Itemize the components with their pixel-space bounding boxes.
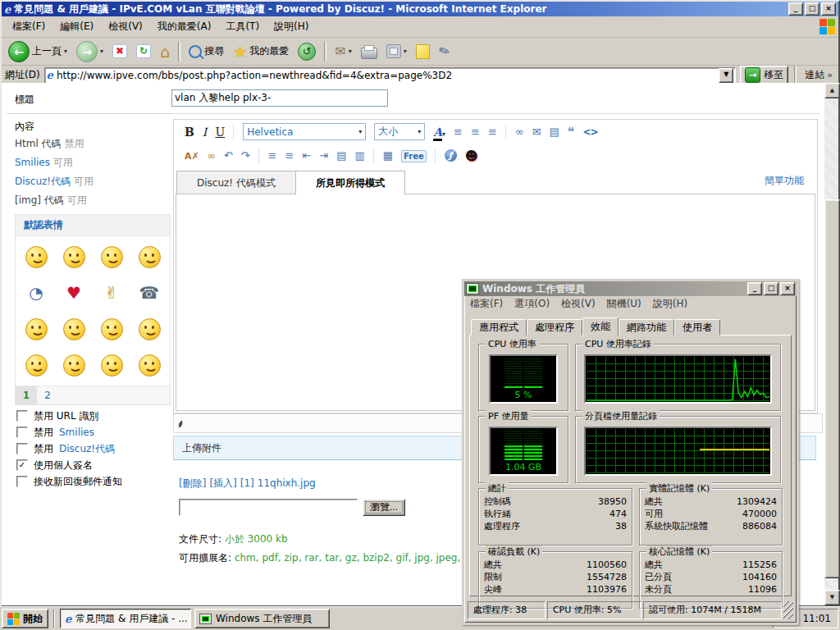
tm-menu-1[interactable]: 選項(O) xyxy=(509,295,555,313)
tm-tab-0[interactable]: 應用程式 xyxy=(471,319,527,336)
editor-ordered-list-button[interactable]: ≡ xyxy=(268,150,277,162)
editor-float-right-button[interactable]: ▥ xyxy=(354,150,364,162)
emoticon-shocked[interactable] xyxy=(130,351,168,379)
ie-menu-5[interactable]: 說明(H) xyxy=(267,18,316,35)
refresh-button[interactable]: ↻ xyxy=(134,43,153,60)
ie-menu-2[interactable]: 檢視(V) xyxy=(101,18,150,35)
attachment-action-link[interactable]: [插入] xyxy=(209,477,236,489)
emoticon-grin[interactable] xyxy=(55,243,93,271)
option-row-0[interactable]: 禁用 URL 識別 xyxy=(16,408,122,424)
editor-bold-button[interactable]: B xyxy=(185,126,194,139)
ie-menu-0[interactable]: 檔案(F) xyxy=(5,18,52,35)
option-row-4[interactable]: 接收新回復郵件通知 xyxy=(16,473,122,490)
editor-flash-button[interactable]: ƒ xyxy=(445,149,457,162)
scrollbar-thumb[interactable] xyxy=(824,199,840,578)
ie-menu-4[interactable]: 工具(T) xyxy=(218,18,267,35)
messenger-button[interactable]: ✎ xyxy=(436,42,452,61)
ie-titlebar[interactable]: e 常見問題 & 用戶建議 - IPvE.COM vLan 互聯對戰論壇 - P… xyxy=(2,2,838,16)
back-dropdown-icon[interactable]: ▾ xyxy=(64,48,67,55)
discuss-button[interactable] xyxy=(413,43,432,61)
attachment-action-link[interactable]: [刪除] xyxy=(179,477,206,489)
editor-unordered-list-button[interactable]: ≡ xyxy=(285,150,294,162)
editor-code-button[interactable]: <> xyxy=(582,126,597,138)
mail-button[interactable]: ✉ ▾ xyxy=(332,42,354,61)
favorites-button[interactable]: ★ 我的最愛 xyxy=(231,43,291,61)
scroll-down-icon[interactable]: ▼ xyxy=(824,590,840,605)
emoticon-devil[interactable] xyxy=(93,351,130,379)
tm-tab-1[interactable]: 處理程序 xyxy=(527,319,582,336)
ie-minimize-button[interactable]: _ xyxy=(788,2,803,16)
editor-underline-button[interactable]: U xyxy=(215,126,225,139)
editor-align-center-button[interactable]: ≡ xyxy=(471,126,480,138)
option-row-2[interactable]: 禁用 Discuz!代碼 xyxy=(16,441,122,457)
emoticon-smile[interactable] xyxy=(17,243,55,271)
editor-outdent-button[interactable]: ⇤ xyxy=(302,150,311,162)
checkbox[interactable] xyxy=(16,410,28,422)
editor-free-button[interactable]: Free xyxy=(401,150,427,162)
font-family-select[interactable]: Helvetica▾ xyxy=(243,123,366,140)
tm-menu-4[interactable]: 說明(H) xyxy=(647,295,693,313)
editor-undo-button[interactable]: ↶ xyxy=(224,150,233,162)
option-row-3[interactable]: ✓使用個人簽名 xyxy=(16,457,122,473)
print-button[interactable] xyxy=(358,43,380,61)
tm-resize-grip[interactable] xyxy=(783,601,793,619)
editor-indent-button[interactable]: ⇥ xyxy=(319,150,328,162)
editor-table-button[interactable]: ▦ xyxy=(383,150,393,162)
browse-button[interactable]: 瀏覽... xyxy=(363,499,405,516)
links-button[interactable]: 連結 » xyxy=(802,66,835,84)
editor-remove-format-button[interactable]: A✗ xyxy=(185,150,199,162)
tm-minimize-button[interactable]: _ xyxy=(747,282,762,295)
attachment-action-link[interactable]: [1] xyxy=(240,477,254,489)
forward-dropdown-icon[interactable]: ▾ xyxy=(100,48,103,55)
address-url[interactable]: http://www.ipve.com/bbs/post.php?action=… xyxy=(57,70,715,81)
editor-image-button[interactable]: ▤ xyxy=(550,126,559,138)
back-button[interactable]: ← 上一頁 ▾ xyxy=(6,39,70,64)
emoticon-kiss[interactable]: ♥ xyxy=(55,279,93,307)
search-button[interactable]: 搜尋 xyxy=(186,43,226,60)
emoticon-hug[interactable] xyxy=(93,243,130,271)
emoticon-sad[interactable] xyxy=(130,315,168,343)
tm-close-button[interactable]: × xyxy=(780,282,795,295)
editor-align-right-button[interactable]: ≡ xyxy=(488,126,497,138)
editor-unlink-button[interactable]: ∞ xyxy=(208,150,216,162)
scroll-up-icon[interactable]: ▲ xyxy=(824,83,840,98)
history-button[interactable]: ↺ xyxy=(295,41,318,62)
mail-dropdown-icon[interactable]: ▾ xyxy=(349,48,352,55)
address-field[interactable]: e http://www.ipve.com/bbs/post.php?actio… xyxy=(44,67,737,84)
smilies-page-1[interactable]: 1 xyxy=(16,386,37,404)
emoticon-tears[interactable] xyxy=(55,351,93,379)
emoticon-cry[interactable] xyxy=(55,315,93,343)
permission-name[interactable]: Smilies xyxy=(15,157,50,168)
editor-tab-1[interactable]: 所見即所得模式 xyxy=(295,171,405,195)
edit-dropdown-icon[interactable]: ▾ xyxy=(404,48,407,55)
tm-tab-4[interactable]: 使用者 xyxy=(674,319,720,336)
taskbar-task-0[interactable]: e常見問題 & 用戶建議 - ... xyxy=(60,609,191,628)
file-upload-input[interactable] xyxy=(179,499,358,516)
ie-menu-3[interactable]: 我的最愛(A) xyxy=(150,18,219,35)
emoticon-victory[interactable] xyxy=(130,243,168,271)
editor-italic-button[interactable]: I xyxy=(203,126,208,139)
editor-float-left-button[interactable]: ▤ xyxy=(336,150,346,162)
permission-name[interactable]: Discuz!代碼 xyxy=(15,176,71,187)
tm-titlebar[interactable]: Windows 工作管理員 _ □ × xyxy=(464,281,797,296)
option-link[interactable]: Discuz!代碼 xyxy=(59,442,115,456)
tm-menu-3[interactable]: 關機(U) xyxy=(601,295,647,313)
tm-maximize-button[interactable]: □ xyxy=(764,282,778,295)
emoticon-angry[interactable] xyxy=(93,315,130,343)
editor-quote-button[interactable]: ❝ xyxy=(568,124,575,139)
option-row-1[interactable]: 禁用 Smilies xyxy=(16,424,122,441)
checkbox[interactable] xyxy=(16,427,28,438)
editor-qq-button[interactable]: ☻ xyxy=(465,148,478,163)
smilies-page-2[interactable]: 2 xyxy=(37,386,58,404)
simple-mode-link[interactable]: 簡單功能 xyxy=(765,174,804,188)
ie-close-button[interactable]: × xyxy=(821,2,836,16)
editor-email-button[interactable]: ✉ xyxy=(532,126,541,138)
address-dropdown-icon[interactable]: ▼ xyxy=(719,68,733,83)
option-link[interactable]: Smilies xyxy=(59,427,94,438)
font-size-select[interactable]: 大小▾ xyxy=(374,123,425,140)
home-button[interactable]: ⌂ xyxy=(158,43,172,61)
start-button[interactable]: 開始 xyxy=(2,609,48,628)
editor-tab-0[interactable]: Discuz! 代碼模式 xyxy=(176,171,295,195)
vertical-scrollbar[interactable]: ▲ ▼ xyxy=(824,83,838,605)
emoticon-blush[interactable] xyxy=(17,315,55,343)
